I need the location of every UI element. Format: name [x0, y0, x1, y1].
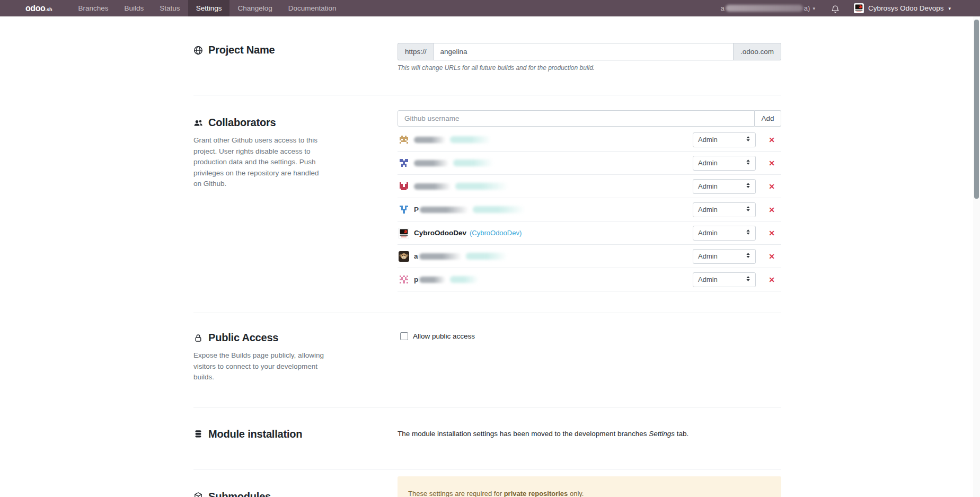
github-username-input[interactable]	[398, 110, 755, 127]
section-project-name: Project Name https:// .odoo.com This wil…	[193, 16, 781, 95]
collaborator-name	[414, 136, 693, 143]
redacted-collaborator-name	[419, 253, 462, 260]
collaborator-row: p Admin ✕	[398, 268, 781, 291]
remove-collaborator-button[interactable]: ✕	[767, 136, 776, 144]
collaborator-name: p	[414, 276, 693, 283]
public-access-checkbox[interactable]	[400, 332, 408, 340]
scrollbar-track[interactable]	[973, 16, 980, 497]
project-name-title-text: Project Name	[208, 44, 275, 56]
remove-collaborator-button[interactable]: ✕	[767, 206, 776, 214]
select-caret-icon	[746, 182, 751, 190]
collaborator-name	[414, 159, 693, 166]
redacted-collaborator-name	[414, 160, 449, 166]
collaborators-title-text: Collaborators	[208, 117, 276, 129]
logo-text: odoo	[25, 4, 46, 13]
warning-text-after: only.	[568, 490, 584, 497]
nav-item-settings[interactable]: Settings	[188, 0, 230, 16]
redacted-collaborator-alias	[455, 183, 508, 190]
role-value: Admin	[698, 252, 718, 260]
collaborator-github-link[interactable]: (CybroOdooDev)	[470, 229, 522, 237]
collaborator-name-text: CybroOdooDev	[414, 229, 466, 237]
collaborator-row: CybroOdooDev(CybroOdooDev) Admin ✕	[398, 221, 781, 245]
org-menu[interactable]: Cybrosys Odoo Devops ▾	[854, 3, 951, 13]
collaborator-name: P	[414, 206, 693, 214]
module-text-before: The module installation settings has bee…	[398, 430, 649, 438]
module-text-italic: Settings	[649, 430, 675, 438]
collaborators-title: Collaborators	[193, 117, 326, 129]
add-collaborator-button[interactable]: Add	[755, 110, 781, 127]
project-url-group: https:// .odoo.com	[398, 43, 781, 60]
redacted-collaborator-name	[420, 207, 469, 213]
nav-item-status[interactable]: Status	[152, 0, 188, 16]
section-module-installation: Module installation The module installat…	[193, 407, 781, 469]
caret-down-icon: ▾	[813, 6, 815, 11]
public-access-checkbox-label: Allow public access	[413, 332, 475, 340]
module-text-after: tab.	[675, 430, 688, 438]
select-caret-icon	[746, 136, 751, 144]
cube-icon	[193, 492, 203, 497]
nav-menu: Branches Builds Status Settings Changelo…	[70, 0, 345, 16]
collaborator-row: a Admin ✕	[398, 245, 781, 268]
database-icon	[193, 429, 203, 439]
redacted-collaborator-alias	[450, 276, 479, 283]
collaborator-role-select[interactable]: Admin	[693, 132, 756, 147]
cybrosys-avatar	[399, 228, 409, 238]
collaborator-row: P Admin ✕	[398, 198, 781, 221]
remove-collaborator-button[interactable]: ✕	[767, 182, 776, 191]
monkey-avatar	[399, 251, 409, 262]
scrollbar-thumb[interactable]	[974, 20, 979, 199]
collaborator-name	[414, 183, 693, 190]
nav-item-builds[interactable]: Builds	[117, 0, 152, 16]
select-caret-icon	[746, 159, 751, 167]
org-name: Cybrosys Odoo Devops	[868, 4, 944, 12]
nav-item-changelog[interactable]: Changelog	[229, 0, 280, 16]
nav-item-branches[interactable]: Branches	[70, 0, 117, 16]
public-access-title-text: Public Access	[208, 332, 278, 344]
project-name-input[interactable]	[434, 43, 734, 60]
remove-collaborator-button[interactable]: ✕	[767, 229, 776, 237]
public-access-description: Expose the Builds page publicly, allowin…	[193, 350, 326, 383]
submodules-title: Submodules	[193, 491, 326, 497]
collaborator-role-select[interactable]: Admin	[693, 272, 756, 287]
add-collaborator-row: Add	[398, 110, 781, 127]
identicon-crimson-avatar	[399, 181, 409, 192]
nav-item-documentation[interactable]: Documentation	[280, 0, 345, 16]
module-installation-title-text: Module installation	[208, 428, 302, 440]
url-suffix: .odoo.com	[734, 43, 781, 60]
collaborator-role-select[interactable]: Admin	[693, 179, 756, 194]
submodules-title-text: Submodules	[208, 491, 271, 497]
redacted-collaborator-alias	[466, 253, 507, 260]
allow-public-access-option[interactable]: Allow public access	[400, 332, 781, 340]
collaborator-role-select[interactable]: Admin	[693, 226, 756, 241]
top-navbar: odoo.sh Branches Builds Status Settings …	[0, 0, 980, 16]
role-value: Admin	[698, 206, 718, 214]
remove-collaborator-button[interactable]: ✕	[767, 252, 776, 261]
select-caret-icon	[746, 276, 751, 283]
project-name-help: This will change URLs for all future bui…	[398, 64, 781, 72]
collaborators-list: Admin ✕ Admin ✕ Admin ✕ P	[398, 128, 781, 291]
remove-collaborator-button[interactable]: ✕	[767, 276, 776, 284]
section-public-access: Public Access Expose the Builds page pub…	[193, 313, 781, 407]
user-menu[interactable]: a a) ▾	[721, 4, 815, 12]
section-submodules: Submodules These settings are required f…	[193, 469, 781, 497]
role-value: Admin	[698, 159, 718, 167]
remove-collaborator-button[interactable]: ✕	[767, 159, 776, 167]
collaborator-name-visible-prefix: p	[414, 276, 418, 283]
redacted-collaborator-name	[419, 277, 446, 283]
collaborator-name-visible-prefix: P	[414, 206, 419, 214]
warning-text-before: These settings are required for	[408, 490, 504, 497]
select-caret-icon	[746, 229, 751, 237]
notifications-bell-icon[interactable]	[831, 5, 840, 13]
identicon-blue-avatar	[399, 205, 409, 215]
collaborator-role-select[interactable]: Admin	[693, 202, 756, 217]
logo-suffix: .sh	[46, 7, 52, 12]
collaborator-row: Admin ✕	[398, 152, 781, 175]
select-caret-icon	[746, 252, 751, 260]
redacted-collaborator-name	[414, 137, 446, 143]
odoosh-logo[interactable]: odoo.sh	[25, 0, 52, 16]
collaborator-role-select[interactable]: Admin	[693, 249, 756, 264]
submodules-warning: These settings are required for private …	[398, 476, 781, 497]
role-value: Admin	[698, 276, 718, 283]
identicon-pink-avatar	[399, 274, 409, 285]
collaborator-role-select[interactable]: Admin	[693, 156, 756, 171]
